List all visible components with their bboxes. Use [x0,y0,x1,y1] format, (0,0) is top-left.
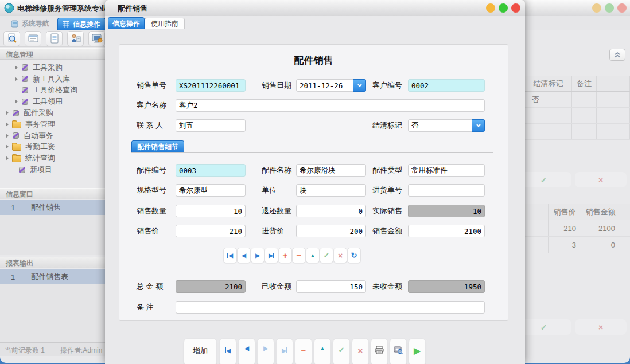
spec-label: 规格型号 [137,184,166,197]
dialog-tab-user-guide[interactable]: 使用指南 [145,18,185,29]
customer-no-field[interactable] [408,79,485,92]
customer-no-label: 客户编号 [372,79,402,92]
tree-item-auto-transaction[interactable]: 自动事务 [0,130,105,142]
received-field[interactable] [296,280,366,293]
operator-text: 操作者:Admin [60,346,102,355]
expand-arrow-icon[interactable] [15,99,18,104]
expand-arrow-icon[interactable] [6,122,9,127]
dialog-maximize-button[interactable] [499,3,508,13]
purchase-no-field[interactable] [408,184,485,197]
expand-arrow-icon[interactable] [6,134,9,138]
tree-item-statistics-query[interactable]: 统计查询 [0,152,105,164]
dialog-close-button[interactable] [511,3,520,13]
tree-item-tool-price-query[interactable]: 工具价格查询 [0,85,105,96]
last-button[interactable]: ▶ [276,338,293,364]
table-row[interactable]: 3 0 [525,237,630,253]
delete-button[interactable]: − [295,338,312,364]
part-type-field[interactable] [408,164,485,177]
expand-arrow-icon[interactable] [6,156,9,161]
collapse-panel-button[interactable] [609,49,625,61]
sidebar-tree: 工具采购 新工具入库 工具价格查询 工具领用 配件采购 事务管理 [0,62,105,175]
folder-icon [12,155,21,162]
expand-arrow-icon[interactable] [6,111,9,115]
add-button[interactable]: 增加 [184,338,217,364]
run-icon: ▶ [414,346,421,356]
tree-item-new-project[interactable]: 新项目 [0,164,105,175]
detail-tab[interactable]: 配件销售细节 [131,140,184,153]
tree-item-tool-requisition[interactable]: 工具领用 [0,96,105,107]
user-chart-icon [70,33,81,44]
print-button[interactable] [371,338,388,364]
document-icon [49,33,60,44]
table-row[interactable] [525,108,630,124]
run-button[interactable]: ▶ [409,338,426,364]
sale-no-field[interactable] [176,79,246,92]
cancel-button[interactable]: × [352,338,369,364]
spec-field[interactable] [176,184,246,197]
expand-arrow-icon[interactable] [15,65,18,70]
purchase-price-field[interactable] [296,225,366,237]
print-preview-button[interactable] [390,338,407,364]
minimize-button[interactable] [592,3,601,13]
settled-dropdown-button[interactable] [472,119,485,132]
remark-field[interactable] [176,301,485,314]
sale-price-field[interactable] [176,225,246,237]
tree-item-tool-purchase[interactable]: 工具采购 [0,62,105,73]
nav-edit-button[interactable]: ▲ [306,248,320,263]
tree-item-new-tool-storage[interactable]: 新工具入库 [0,73,105,85]
dialog-tab-info-ops[interactable]: 信息操作 [108,17,145,29]
first-button[interactable]: ◀ [219,338,236,364]
nav-cancel-button[interactable]: × [333,248,347,263]
triangle-up-icon: ▲ [310,253,316,259]
tab-system-nav[interactable]: 系统导航 [3,18,56,30]
prev-icon: ◀ [244,346,249,351]
maximize-button[interactable] [605,3,614,13]
tab-info-ops[interactable]: 信息操作 [57,18,106,30]
sale-no-label: 销售单号 [137,79,166,92]
confirm-button[interactable]: ✓ [333,338,350,364]
part-name-field[interactable] [296,164,366,177]
settled-field[interactable] [408,119,472,132]
customer-name-field[interactable] [176,99,485,112]
expand-arrow-icon[interactable] [6,144,9,149]
nav-next-button[interactable]: ▶ [251,248,265,263]
sale-qty-field[interactable] [176,205,246,217]
tree-item-parts-purchase[interactable]: 配件采购 [0,107,105,119]
cancel-button-bg2[interactable]: × [575,319,627,335]
return-qty-field[interactable] [296,205,366,217]
part-no-field[interactable] [176,164,246,177]
table-row[interactable]: 210 2100 [525,220,630,237]
nav-last-button[interactable]: ▶ [265,248,278,263]
table-row[interactable] [525,124,630,140]
tree-item-transaction-mgmt[interactable]: 事务管理 [0,119,105,130]
table-row[interactable]: 否 [525,92,630,108]
search-button[interactable] [3,31,20,46]
contact-field[interactable] [176,119,246,132]
list-item-parts-sales[interactable]: 1 配件销售 [0,200,105,215]
sale-date-field[interactable] [296,79,353,92]
cancel-button-bg[interactable]: × [575,172,627,187]
close-button[interactable] [617,3,627,13]
x-icon: × [338,251,343,260]
cardfile-button[interactable] [25,31,41,46]
edit-button[interactable]: ▲ [314,338,331,364]
sale-amount-field[interactable] [408,225,485,237]
nav-delete-button[interactable]: − [292,248,306,263]
monitor-button[interactable] [88,31,105,46]
personnel-button[interactable] [67,31,84,46]
prev-button[interactable]: ◀ [238,338,255,364]
list-item-parts-sales-report[interactable]: 1 配件销售表 [0,269,105,284]
nav-add-button[interactable]: + [278,248,292,263]
nav-refresh-button[interactable]: ↻ [347,248,361,263]
printer-icon [375,346,384,354]
nav-first-button[interactable]: ◀ [223,248,237,263]
sale-date-dropdown-button[interactable] [353,79,366,92]
next-button[interactable]: ▶ [257,338,274,364]
nav-confirm-button[interactable]: ✓ [320,248,333,263]
document-button[interactable] [46,31,63,46]
unit-field[interactable] [296,184,366,197]
tree-item-attendance-salary[interactable]: 考勤工资 [0,142,105,153]
expand-arrow-icon[interactable] [15,77,18,81]
nav-prev-button[interactable]: ◀ [237,248,251,263]
dialog-minimize-button[interactable] [486,3,495,13]
